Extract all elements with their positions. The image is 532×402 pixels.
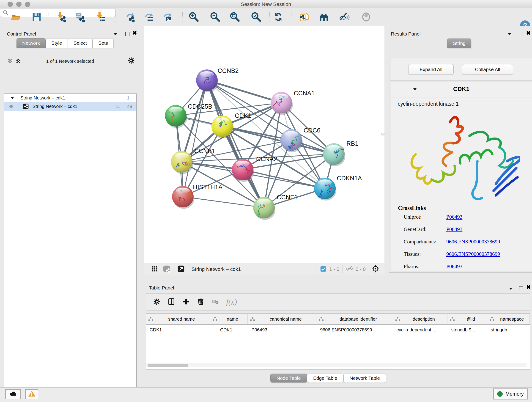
open-file-icon[interactable] [11,12,22,22]
network-status-dot [9,105,13,108]
column-header-id[interactable]: @id [447,314,487,324]
network-node-ccne1[interactable] [253,197,275,220]
function-builder-icon: f(x) [226,298,237,306]
network-name-label: String Network – cdk1 [32,104,77,109]
tab-select[interactable]: Select [68,38,93,48]
show-columns-icon[interactable] [167,298,175,306]
results-panel-menu-arrow[interactable] [507,33,512,36]
node-table[interactable]: shared namenamecanonical namedatabase id… [146,313,530,370]
grid-view-icon[interactable] [151,265,158,274]
table-panel-float-icon[interactable] [519,286,523,290]
column-header-namespace[interactable]: namespace [487,314,530,324]
results-panel-close-icon[interactable]: ✖ [526,30,531,36]
tab-node-table[interactable]: Node Table [270,374,307,383]
table-row[interactable]: CDK1CDK1P064939606.ENSP00000378699cyclin… [146,325,530,335]
results-panel-float-icon[interactable] [519,32,523,36]
crosslink-row: GeneCard:P06493 [404,223,527,236]
export-table-icon[interactable] [143,12,154,22]
network-graph[interactable]: CCNB2CCNA1CDC25BCDK1CDC6RB1CCNB1CCNA2CDK… [144,26,385,263]
tab-network[interactable]: Network [17,38,46,48]
node-label: CDC6 [304,127,321,134]
first-neighbors-icon[interactable] [319,12,330,22]
import-network-icon[interactable] [56,12,67,22]
network-edge[interactable] [183,80,207,197]
network-edge[interactable] [243,170,325,188]
table-panel-close-icon[interactable]: ✖ [526,284,531,290]
export-network-icon[interactable] [124,12,135,22]
warning-button[interactable] [25,389,38,399]
crosslink-value-link[interactable]: P06493 [446,226,462,232]
results-container: Expand All Collapse All CDK1 cyclin-depe… [389,57,532,273]
status-bar: Memory [0,387,532,402]
zoom-out-icon[interactable] [210,12,221,22]
scrollbar-thumb[interactable] [147,364,188,367]
zoom-selected-icon[interactable] [251,12,262,22]
save-session-icon[interactable] [31,12,42,22]
crosslink-value-link[interactable]: P06493 [446,264,462,269]
node-label: CDK1 [235,112,251,119]
clone-network-icon[interactable] [299,12,310,22]
expand-all-button[interactable]: Expand All [408,64,454,75]
network-node-cdc6[interactable] [280,129,303,152]
node-label: CCNE1 [277,194,298,201]
crosslink-value-link[interactable]: 9606.ENSP00000378699 [446,239,500,245]
network-tree-root-row[interactable]: String Network – cdk1 1 [4,94,136,102]
memory-button[interactable]: Memory [493,389,528,400]
network-node-cdkn1a[interactable] [314,178,336,201]
column-header-databaseidentifier[interactable]: database identifier [317,314,393,324]
tab-string[interactable]: String [447,38,471,48]
node-label: CCNB2 [218,67,239,74]
cloud-icon [9,390,17,399]
refresh-icon[interactable] [273,12,284,22]
tab-network-table[interactable]: Network Table [343,374,386,383]
import-table-icon[interactable] [95,12,106,22]
node-count: 11 [115,104,120,109]
network-node-hist1h1a[interactable] [172,186,194,209]
zoom-fit-icon[interactable] [229,12,240,22]
network-node-cdk1[interactable] [211,115,234,138]
hidden-eye-icon[interactable] [346,265,354,274]
delete-column-icon[interactable] [197,298,205,306]
node-label: HIST1H1A [193,184,222,191]
collapse-all-button[interactable]: Collapse All [462,64,513,75]
hide-display-icon[interactable] [339,12,350,22]
table-horizontal-scrollbar[interactable] [146,363,526,367]
network-edge[interactable] [183,197,264,208]
tab-edge-table[interactable]: Edge Table [307,374,343,383]
network-thumbnail-icon[interactable] [163,265,171,274]
cloud-button[interactable] [5,389,21,399]
crosslinks-title: CrossLinks [398,205,426,211]
network-node-cdc25b[interactable] [165,105,187,128]
crosshair-icon[interactable] [372,265,380,274]
control-panel-close-icon[interactable]: ✖ [133,30,137,36]
crosslink-value-link[interactable]: P06493 [446,214,462,220]
network-tree-row-selected[interactable]: String Network – cdk1 11 48 [4,102,136,111]
show-display-icon [361,12,372,22]
network-node-ccna1[interactable] [271,92,293,115]
table-gear-icon[interactable] [153,298,161,306]
column-header-canonicalname[interactable]: canonical name [248,314,317,324]
table-cell: CDK1 [210,325,248,335]
tree-expander-icon[interactable] [11,97,14,99]
result-entry-header[interactable]: CDK1 [390,82,532,97]
column-header-description[interactable]: description [393,314,448,324]
network-collection-label: String Network – cdk1 [20,95,65,101]
crosslink-value-link[interactable]: 9606.ENSP00000378699 [446,251,500,257]
birdseye-view-icon[interactable] [177,265,185,274]
control-panel-menu-arrow[interactable] [113,33,117,36]
selected-checkbox-icon[interactable] [320,265,327,274]
export-image-icon[interactable] [162,12,173,22]
table-panel-menu-arrow[interactable] [509,287,513,290]
network-view-canvas[interactable]: CCNB2CCNA1CDC25BCDK1CDC6RB1CCNB1CCNA2CDK… [144,26,385,263]
entry-title: CDK1 [390,85,532,93]
column-header-name[interactable]: name [210,314,248,324]
add-column-icon[interactable] [182,298,190,306]
control-panel-float-icon[interactable] [125,32,129,36]
column-header-sharedname[interactable]: shared name [146,314,210,324]
tab-style[interactable]: Style [46,38,68,48]
import-database-icon[interactable] [75,12,86,22]
tab-sets[interactable]: Sets [93,38,114,48]
zoom-in-icon[interactable] [188,12,199,22]
network-options-gear-icon[interactable] [127,57,135,65]
network-node-rb1[interactable] [323,143,345,166]
